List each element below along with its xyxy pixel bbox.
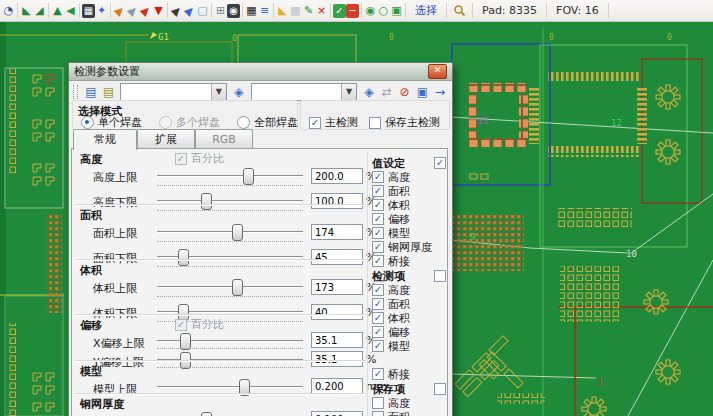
param-value-input[interactable] (311, 378, 363, 394)
checkbox-icon: ✓ (369, 117, 381, 129)
slider-thumb[interactable] (232, 279, 243, 296)
target-icon[interactable]: ◉ (364, 4, 377, 18)
tab-rgb[interactable]: RGB (195, 129, 253, 149)
param-slider[interactable] (157, 411, 303, 416)
delete-icon[interactable]: × (315, 4, 328, 18)
option-checkbox[interactable]: ✓面积 (372, 298, 446, 310)
slider-thumb[interactable] (243, 168, 254, 185)
option-checkbox[interactable]: ✓钢网厚度 (372, 241, 446, 253)
param-combo-1[interactable]: ▼ (120, 83, 226, 101)
checkbox-icon: ✓ (372, 185, 384, 197)
camera-icon[interactable]: ◉ (227, 4, 240, 18)
cancel-icon[interactable]: ⊘ (397, 84, 413, 100)
option-checkbox[interactable]: ✓高度 (372, 171, 446, 183)
param-slider[interactable] (157, 223, 303, 241)
fov-count-label: FOV: 16 (556, 4, 599, 17)
option-panels: 值设定✓✓高度✓面积✓体积✓偏移✓模型✓钢网厚度✓桥接检测项✓✓高度✓面积✓体积… (372, 157, 446, 416)
select-button[interactable]: 选择 (415, 3, 437, 18)
load-add-icon[interactable]: ▤ (101, 84, 117, 100)
option-label: 面积 (388, 410, 410, 416)
flag-left-icon[interactable]: ◣ (20, 4, 33, 18)
param-value-input[interactable] (311, 168, 363, 184)
panel-master-checkbox[interactable]: ✓ (434, 270, 446, 282)
option-checkbox[interactable]: ✓面积 (372, 185, 446, 197)
remove-icon[interactable]: − (346, 4, 359, 18)
param-value-input[interactable] (311, 224, 363, 240)
main-detect-checkbox[interactable]: ✓ 主检测 (309, 115, 358, 130)
square-icon[interactable]: ▣ (390, 4, 403, 18)
tab-label: RGB (212, 133, 236, 146)
toolbar-separator (405, 3, 406, 18)
toolbar-grip[interactable] (73, 85, 78, 99)
megaphone-icon[interactable]: ◀ (64, 4, 77, 18)
grid-light-icon[interactable]: ▦ (289, 4, 302, 18)
slider-thumb[interactable] (201, 412, 212, 416)
panel-master-checkbox[interactable]: ✓ (434, 157, 446, 169)
slider-track (157, 231, 303, 232)
exit-icon[interactable]: → (432, 84, 448, 100)
param-row: X偏移上限% (75, 332, 366, 351)
param-slider[interactable] (157, 278, 303, 296)
param-row: 高度上限% (75, 166, 366, 191)
load-file-icon[interactable]: ▤ (83, 84, 99, 100)
chevron-down-icon[interactable]: ▼ (211, 84, 226, 100)
percent-checkbox[interactable]: ✓百分比 (175, 317, 224, 332)
option-checkbox[interactable]: ✓偏移 (372, 326, 446, 338)
ruler-icon[interactable]: ◣ (276, 4, 289, 18)
search-icon[interactable] (453, 4, 466, 17)
pcb-label: 0 (232, 34, 237, 43)
image-icon[interactable]: ▦ (82, 4, 95, 18)
close-icon[interactable]: ✕ (428, 64, 447, 79)
option-checkbox[interactable]: ✓模型 (372, 227, 446, 239)
percent-checkbox[interactable]: ✓百分比 (175, 151, 224, 166)
panel-master-checkbox[interactable]: ✓ (434, 383, 446, 395)
triangle-flag-icon[interactable]: ▲ (51, 4, 64, 18)
radio-multi-pad[interactable]: 多个焊盘 (159, 115, 220, 130)
param-slider[interactable] (157, 167, 303, 185)
option-checkbox[interactable]: ✓高度 (372, 397, 446, 409)
slider-thumb[interactable] (232, 224, 243, 241)
sort-az-icon[interactable]: ≡ (258, 4, 271, 18)
confirm-icon[interactable]: ✓ (333, 4, 346, 18)
param-value-input[interactable] (311, 279, 363, 295)
panel-title: 检测项 (372, 269, 405, 284)
param-value-input[interactable] (311, 332, 363, 348)
tab-extended[interactable]: 扩展 (137, 129, 195, 149)
param-combo-2[interactable]: ▼ (251, 83, 357, 101)
option-checkbox[interactable]: ✓模型 (372, 340, 446, 352)
tiles-icon[interactable]: ▦ (245, 4, 258, 18)
chevron-down-icon[interactable]: ▼ (341, 84, 356, 100)
parameter-sections: 高度✓百分比高度上限%高度下限%面积面积上限%面积下限%体积体积上限%体积下限%… (75, 149, 366, 416)
checkbox-icon: ✓ (372, 411, 384, 416)
flag-right-icon[interactable]: ◢ (33, 4, 46, 18)
option-checkbox[interactable]: ✓桥接 (372, 255, 446, 267)
circle-icon[interactable]: ○ (377, 4, 390, 18)
dialog-title: 检测参数设置 (74, 64, 140, 79)
apply-combo2-icon[interactable]: ◈ (361, 84, 377, 100)
apply-combo1-icon[interactable]: ◈ (231, 84, 247, 100)
tools-icon[interactable]: ✦ (95, 4, 108, 18)
edit-chart-icon[interactable]: ✎ (302, 4, 315, 18)
option-checkbox[interactable]: ✓面积 (372, 411, 446, 416)
radio-single-pad[interactable]: 单个焊盘 (81, 115, 142, 130)
option-checkbox[interactable]: ✓体积 (372, 312, 446, 324)
option-checkbox[interactable]: ✓桥接 (372, 368, 446, 380)
save-icon[interactable]: ▣ (414, 84, 430, 100)
option-checkbox[interactable]: ✓体积 (372, 199, 446, 211)
general-tab-panel: 高度✓百分比高度上限%高度下限%面积面积上限%面积下限%体积体积上限%体积下限%… (71, 148, 448, 416)
param-label: 面积上限 (93, 226, 159, 241)
option-checkbox[interactable]: ✓高度 (372, 284, 446, 296)
history-icon[interactable]: ◔ (2, 4, 15, 18)
tab-general[interactable]: 常规 (73, 129, 137, 150)
slider-track (157, 200, 303, 201)
param-label: 体积上限 (93, 281, 159, 296)
transfer-icon[interactable]: ⇄ (379, 84, 395, 100)
radio-all-pads[interactable]: 全部焊盘 (237, 115, 298, 130)
param-row: 体积上限% (75, 277, 366, 302)
slider-ticks (157, 348, 303, 349)
param-value-input[interactable] (311, 411, 363, 416)
option-checkbox[interactable]: ✓偏移 (372, 213, 446, 225)
dialog-titlebar[interactable]: 检测参数设置 ✕ (69, 63, 452, 81)
grid-table-icon[interactable]: ⊞ (214, 4, 227, 18)
save-main-detect-checkbox[interactable]: ✓ 保存主检测 (369, 115, 440, 130)
